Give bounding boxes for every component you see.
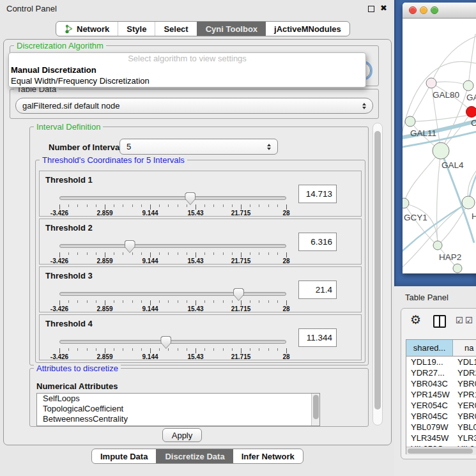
tab-style[interactable]: Style	[118, 22, 155, 36]
table-row[interactable]: YDL19...YDL1	[406, 357, 476, 367]
table-data-combo[interactable]: galFiltered.sif default node	[15, 98, 373, 114]
slider-thumb[interactable]	[185, 192, 196, 205]
dropdown-prompt: Select algorithm to view settings	[9, 53, 365, 65]
tab-infer-network[interactable]: Infer Network	[233, 449, 303, 463]
settings-vertical-scrollbar[interactable]	[372, 123, 383, 426]
select-all-columns-icon[interactable]: ☑	[456, 316, 463, 325]
table-row[interactable]: YER054CYER0	[406, 400, 476, 411]
attributes-scrollbar[interactable]	[311, 394, 319, 426]
attribute-item-topologicalcoefficient[interactable]: TopologicalCoefficient	[37, 404, 319, 414]
slider-track[interactable]	[59, 196, 286, 200]
tick-label: 21.715	[231, 257, 251, 265]
tab-impute-data[interactable]: Impute Data	[92, 449, 156, 463]
attributes-scrollbar-thumb[interactable]	[313, 395, 319, 419]
network-node[interactable]	[433, 241, 442, 250]
table-row[interactable]: YBR043CYBR0	[406, 378, 476, 389]
network-node[interactable]	[463, 81, 473, 91]
minimize-light-icon[interactable]	[420, 6, 427, 14]
tick-label: 15.43	[187, 210, 203, 217]
column-header-shared-name[interactable]: shared...	[406, 340, 453, 356]
tick-mark	[77, 204, 78, 207]
threshold-slider[interactable]: -3.4262.8599.14415.4321.71528	[59, 288, 286, 313]
numerical-attributes-label: Numerical Attributes	[36, 381, 118, 391]
tick-mark	[187, 252, 187, 255]
network-window-titlebar[interactable]	[403, 3, 476, 19]
network-node[interactable]	[403, 198, 409, 208]
apply-button[interactable]: Apply	[162, 428, 202, 442]
node-label: GAL4	[441, 160, 464, 170]
tick-mark	[286, 348, 287, 353]
settings-gear-icon[interactable]: ⚙	[410, 314, 421, 326]
tab-cyni-toolbox[interactable]: Cyni Toolbox	[197, 22, 266, 36]
tick-mark	[105, 348, 105, 353]
numerical-attributes-list[interactable]: SelfLoopsTopologicalCoefficientBetweenne…	[36, 393, 320, 426]
table-row[interactable]: YBL079WYBL0	[406, 422, 476, 433]
number-of-intervals-combo[interactable]: 5	[119, 139, 278, 155]
dropdown-item-equal-width-frequency[interactable]: Equal Width/Frequency Discretization	[9, 75, 365, 86]
table-row[interactable]: YBR045CYBR0	[406, 411, 476, 422]
tab-select[interactable]: Select	[155, 22, 196, 36]
network-canvas[interactable]: GAL80GAGAL11CGAL4GCY1HHAP2	[403, 19, 476, 273]
name-cell: YBL0	[457, 422, 476, 433]
network-node[interactable]	[462, 196, 475, 209]
tick-mark	[259, 300, 259, 303]
threshold-slider[interactable]: -3.4262.8599.14415.4321.71528	[59, 335, 286, 361]
close-light-icon[interactable]	[409, 6, 417, 14]
tick-label: 2.859	[96, 210, 112, 217]
table-row[interactable]: YLR345WYLR3	[406, 433, 476, 443]
tick-label: -3.426	[50, 353, 68, 360]
threshold-value-field[interactable]: 11.344	[298, 328, 337, 347]
select-columns-icon[interactable]: ☑	[465, 316, 473, 325]
slider-thumb[interactable]	[160, 336, 171, 349]
tab-label: Infer Network	[242, 452, 295, 461]
threshold-value-field[interactable]: 6.316	[298, 233, 337, 251]
slider-track[interactable]	[59, 292, 286, 296]
float-panel-icon[interactable]	[368, 6, 374, 12]
dropdown-item-manual-discretization[interactable]: Manual Discretization	[9, 65, 365, 75]
tick-mark	[150, 300, 151, 305]
threshold-panel-2: Threshold 2-3.4262.8599.14415.4321.71528…	[39, 219, 362, 265]
tick-mark	[232, 204, 233, 207]
threshold-value-field[interactable]: 21.4	[298, 280, 337, 299]
tick-mark	[213, 204, 214, 207]
tick-mark	[196, 300, 196, 305]
attributes-group: Attributes to discretize Numerical Attri…	[29, 368, 369, 427]
table-row[interactable]: YPR145WYPR1	[406, 389, 476, 400]
slider-thumb-face	[161, 337, 171, 348]
table-horizontal-scrollbar[interactable]	[406, 447, 476, 455]
threshold-value-field[interactable]: 14.713	[298, 185, 337, 203]
threshold-slider[interactable]: -3.4262.8599.14415.4321.71528	[59, 240, 286, 265]
network-node[interactable]	[405, 116, 415, 127]
tick-label: 21.715	[231, 305, 251, 312]
attribute-item-selfloops[interactable]: SelfLoops	[37, 394, 319, 404]
slider-thumb[interactable]	[233, 288, 244, 301]
slider-track[interactable]	[59, 340, 286, 344]
network-edge	[404, 151, 441, 203]
zoom-light-icon[interactable]	[431, 6, 438, 14]
column-layout-icon[interactable]	[433, 315, 446, 328]
tick-mark	[178, 252, 178, 255]
tick-label: 28	[282, 305, 289, 312]
network-node[interactable]	[466, 107, 476, 118]
slider-thumb-face	[125, 241, 135, 252]
table-row[interactable]: YDR27...YDR2	[406, 367, 476, 378]
network-view-window: GAL80GAGAL11CGAL4GCY1HHAP2	[403, 3, 476, 273]
tab-discretize-data[interactable]: Discretize Data	[156, 449, 233, 463]
close-panel-icon[interactable]: ✖	[380, 3, 387, 13]
node-label: GCY1	[404, 213, 427, 222]
tab-jactivemnodules[interactable]: jActiveMNodules	[266, 22, 349, 36]
tab-network[interactable]: Network	[56, 22, 118, 36]
slider-thumb[interactable]	[125, 240, 135, 253]
column-header-name[interactable]: na	[454, 340, 476, 356]
tick-mark	[250, 252, 250, 255]
table-scrollbar-thumb[interactable]	[408, 449, 473, 454]
slider-track[interactable]	[59, 244, 286, 248]
threshold-slider[interactable]: -3.4262.8599.14415.4321.71528	[59, 192, 286, 217]
tick-label: 28	[282, 353, 289, 360]
network-node[interactable]	[433, 142, 449, 159]
attribute-item-betweennesscentrality[interactable]: BetweennessCentrality	[37, 414, 319, 424]
name-cell: YBR0	[457, 411, 476, 422]
network-node[interactable]	[453, 264, 462, 273]
settings-scrollbar-thumb[interactable]	[374, 131, 381, 410]
network-node[interactable]	[426, 78, 436, 88]
